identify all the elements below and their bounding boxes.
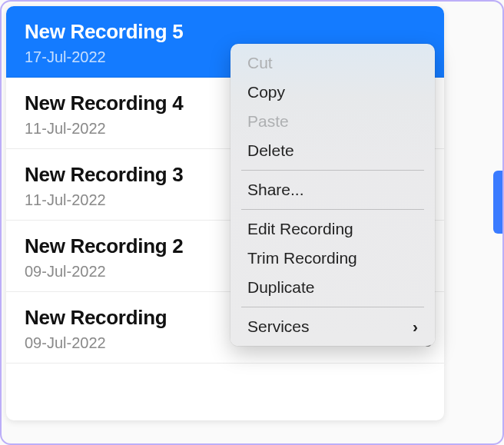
chevron-right-icon: › (413, 317, 418, 336)
menu-separator (241, 307, 424, 307)
menu-paste: Paste (230, 107, 435, 136)
menu-edit-recording[interactable]: Edit Recording (230, 214, 435, 244)
menu-copy[interactable]: Copy (230, 78, 435, 107)
menu-separator (241, 209, 424, 210)
menu-share[interactable]: Share... (230, 175, 435, 204)
menu-cut: Cut (230, 48, 435, 78)
menu-trim-recording[interactable]: Trim Recording (230, 244, 435, 273)
menu-delete[interactable]: Delete (230, 136, 435, 165)
scrollbar-thumb[interactable] (493, 171, 502, 234)
menu-services-label: Services (247, 317, 310, 336)
menu-duplicate[interactable]: Duplicate (230, 273, 435, 302)
context-menu: Cut Copy Paste Delete Share... Edit Reco… (230, 44, 435, 346)
menu-services[interactable]: Services › (230, 312, 435, 341)
menu-separator (241, 170, 424, 171)
recording-title: New Recording 5 (25, 20, 429, 44)
